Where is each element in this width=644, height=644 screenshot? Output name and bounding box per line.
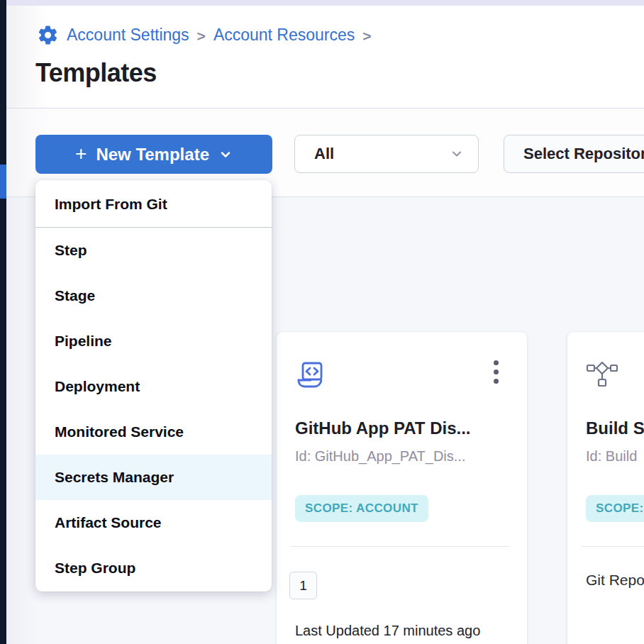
menu-item-secrets-manager[interactable]: Secrets Manager (35, 455, 272, 500)
menu-item-stage[interactable]: Stage (35, 273, 272, 318)
breadcrumb-account-resources[interactable]: Account Resources (213, 26, 355, 45)
template-card[interactable]: Build St Id: Build SCOPE: ACCOUNT Git Re… (567, 332, 644, 644)
card-options-menu-icon[interactable] (491, 357, 501, 387)
menu-item-pipeline[interactable]: Pipeline (35, 318, 272, 364)
menu-item-step-group[interactable]: Step Group (35, 545, 272, 591)
scope-badge: SCOPE: ACCOUNT (295, 495, 428, 522)
page-title: Templates (35, 58, 157, 88)
git-repo-text: Git Repo (586, 572, 644, 589)
template-type-filter-value: All (314, 145, 334, 163)
menu-item-import-from-git[interactable]: Import From Git (35, 181, 272, 228)
new-template-dropdown-menu: Import From Git Step Stage Pipeline Depl… (35, 180, 272, 592)
nav-rail-active-indicator (0, 165, 6, 199)
last-updated-text: Last Updated 17 minutes ago (295, 623, 480, 639)
template-card[interactable]: GitHub App PAT Dis... Id: GitHub_App_PAT… (277, 332, 527, 644)
template-type-filter[interactable]: All (294, 135, 479, 173)
card-divider (582, 546, 644, 547)
template-card-title: Build St (586, 418, 644, 438)
menu-item-artifact-source[interactable]: Artifact Source (35, 500, 272, 545)
chevron-down-icon (218, 148, 233, 162)
collapsed-nav-rail (0, 0, 6, 644)
window-top-bar (0, 0, 644, 6)
menu-item-deployment[interactable]: Deployment (35, 364, 272, 409)
settings-gear-icon (37, 24, 59, 46)
breadcrumb: Account Settings > Account Resources > (37, 24, 372, 46)
new-template-label: New Template (96, 145, 209, 165)
header-divider (0, 108, 644, 109)
page-header: Account Settings > Account Resources > T… (6, 6, 644, 108)
breadcrumb-account-settings[interactable]: Account Settings (67, 26, 189, 45)
version-badge: 1 (289, 572, 317, 599)
template-card-id: Id: Build (586, 448, 637, 465)
template-card-title: GitHub App PAT Dis... (295, 418, 471, 438)
breadcrumb-separator: > (362, 28, 371, 45)
new-template-button[interactable]: + New Template (35, 135, 272, 174)
template-card-id: Id: GitHub_App_PAT_Dis... (295, 448, 465, 465)
scope-badge: SCOPE: ACCOUNT (586, 495, 644, 522)
chevron-down-icon (450, 147, 464, 161)
menu-item-step[interactable]: Step (35, 228, 272, 273)
breadcrumb-separator: > (197, 28, 206, 45)
code-laptop-icon (295, 360, 326, 392)
repository-filter[interactable]: Select Repository (504, 135, 644, 173)
repository-filter-placeholder: Select Repository (523, 145, 644, 163)
menu-item-monitored-service[interactable]: Monitored Service (35, 409, 272, 455)
stage-icon (586, 360, 618, 389)
card-divider (291, 546, 509, 547)
plus-icon: + (75, 144, 87, 164)
